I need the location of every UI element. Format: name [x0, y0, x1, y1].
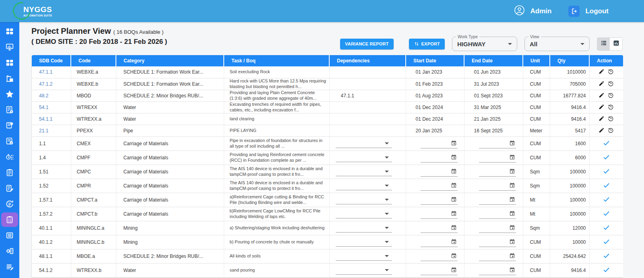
- sidebar-item-10[interactable]: [1, 165, 18, 180]
- start-date-picker[interactable]: [421, 251, 458, 261]
- edit-button[interactable]: [598, 115, 605, 124]
- task-boq-cell: Pipe in excavation of foundation for str…: [224, 136, 329, 150]
- confirm-button[interactable]: [602, 195, 611, 205]
- end-date-picker[interactable]: [479, 266, 516, 275]
- export-button[interactable]: EXPORT: [409, 39, 445, 49]
- end-date-picker[interactable]: [479, 181, 516, 191]
- edit-button[interactable]: [598, 126, 605, 135]
- end-date-picker[interactable]: [479, 223, 516, 233]
- action-cell: [589, 90, 623, 101]
- confirm-button[interactable]: [602, 138, 611, 149]
- dependency-select[interactable]: [336, 266, 392, 275]
- confirm-button[interactable]: [602, 265, 611, 276]
- dependency-select[interactable]: [336, 252, 392, 261]
- start-date-picker[interactable]: [421, 153, 458, 163]
- sidebar-item-14[interactable]: [1, 228, 18, 243]
- start-date-picker[interactable]: [421, 266, 458, 275]
- sidebar-item-6[interactable]: [1, 103, 18, 117]
- sdb-code-link[interactable]: 48.2: [39, 93, 48, 99]
- sdb-code-cell: 48.1.1: [32, 249, 71, 263]
- dependency-select[interactable]: [336, 224, 392, 233]
- dependency-value: 47.1.1: [341, 93, 354, 99]
- sdb-code-link[interactable]: 47.1.1: [39, 69, 52, 75]
- sidebar-item-8[interactable]: [1, 134, 18, 148]
- topbar-right: Admin Logout: [514, 5, 609, 17]
- end-date-picker[interactable]: [479, 251, 516, 261]
- sdb-code-link[interactable]: 54.1: [39, 105, 48, 110]
- end-date-cell: [464, 263, 523, 277]
- sidebar-item-15[interactable]: [1, 244, 18, 258]
- check-icon: [603, 167, 610, 176]
- history-button[interactable]: [607, 79, 615, 89]
- sidebar-item-1[interactable]: [1, 24, 18, 39]
- confirm-button[interactable]: [602, 237, 611, 247]
- logout-button[interactable]: Logout: [551, 6, 609, 17]
- dependencies-cell: [329, 113, 406, 125]
- sidebar-item-13-active[interactable]: [1, 212, 18, 227]
- sidebar-item-11[interactable]: [1, 181, 18, 196]
- start-date-value: 01 Dec 2024: [416, 105, 443, 110]
- sidebar-item-3[interactable]: [1, 56, 18, 70]
- history-button[interactable]: [607, 103, 615, 112]
- edit-button[interactable]: [598, 103, 605, 112]
- confirm-button[interactable]: [602, 181, 611, 191]
- start-date-picker[interactable]: [421, 237, 458, 247]
- end-date-picker[interactable]: [479, 209, 516, 219]
- confirm-button[interactable]: [602, 167, 611, 177]
- sidebar-item-2[interactable]: [1, 40, 18, 54]
- edit-button[interactable]: [598, 91, 605, 100]
- dependency-select[interactable]: [336, 238, 392, 247]
- history-button[interactable]: [607, 67, 615, 77]
- start-date-picker[interactable]: [421, 195, 458, 205]
- sidebar-item-12[interactable]: [1, 197, 18, 211]
- sidebar-item-16[interactable]: [1, 259, 18, 274]
- view-select[interactable]: View All: [524, 37, 590, 51]
- start-date-picker[interactable]: [421, 223, 458, 233]
- dependency-select[interactable]: [336, 196, 392, 204]
- dependency-select[interactable]: [336, 153, 392, 162]
- history-button[interactable]: [607, 126, 615, 136]
- end-date-cell: [464, 165, 523, 179]
- sdb-code-link[interactable]: 47.1.2: [39, 81, 52, 87]
- table-row: 54.1.2WTREXX.bWatersand pouringCUM9416.4: [32, 263, 623, 277]
- confirm-button[interactable]: [602, 209, 611, 219]
- edit-button[interactable]: [598, 80, 605, 89]
- user-menu[interactable]: Admin: [514, 5, 552, 17]
- history-button[interactable]: [607, 91, 615, 101]
- start-date-picker[interactable]: [421, 209, 458, 219]
- end-date-picker[interactable]: [479, 167, 516, 177]
- start-date-picker[interactable]: [421, 181, 458, 191]
- start-date-picker[interactable]: [421, 167, 458, 177]
- confirm-button[interactable]: [602, 223, 611, 233]
- sidebar-item-9[interactable]: [1, 150, 18, 164]
- end-date-picker[interactable]: [479, 237, 516, 247]
- history-button[interactable]: [607, 114, 615, 124]
- start-date-picker[interactable]: [421, 139, 458, 148]
- dependency-select[interactable]: [336, 139, 392, 148]
- sdb-code-link[interactable]: 21.1: [39, 128, 48, 134]
- end-date-picker[interactable]: [479, 153, 516, 163]
- qty-cell: 9416.4: [550, 101, 589, 113]
- dependency-select[interactable]: [336, 167, 392, 176]
- sdb-code-link[interactable]: 54.1.1: [39, 116, 52, 122]
- start-date-cell: [406, 165, 464, 179]
- dependency-select[interactable]: [336, 210, 392, 218]
- dependency-select[interactable]: [336, 181, 392, 190]
- confirm-button[interactable]: [602, 152, 611, 163]
- sidebar-item-7[interactable]: [1, 118, 18, 133]
- end-date-picker[interactable]: [479, 195, 516, 205]
- variance-report-button[interactable]: VARIANCE REPORT: [340, 39, 394, 49]
- edit-button[interactable]: [598, 68, 605, 76]
- chart-view-button[interactable]: [610, 38, 622, 50]
- confirm-button[interactable]: [602, 251, 611, 262]
- sdb-code-cell: 40.1.2: [32, 235, 71, 249]
- list-view-button[interactable]: [597, 38, 610, 50]
- table-row: 1.52CMPRCarriage of MaterialsThe AIS 140…: [32, 179, 623, 193]
- sidebar-item-5[interactable]: [1, 87, 18, 101]
- table-row: 1.51CMPCCarriage of MaterialsThe AIS 140…: [32, 165, 623, 179]
- sidebar-item-4[interactable]: [1, 71, 18, 86]
- task-boq-cell: land clearing: [224, 113, 329, 125]
- end-date-picker[interactable]: [479, 139, 516, 148]
- work-type-select[interactable]: Work Type HIGHWAY: [452, 37, 517, 51]
- unit-cell: CUM: [523, 113, 550, 125]
